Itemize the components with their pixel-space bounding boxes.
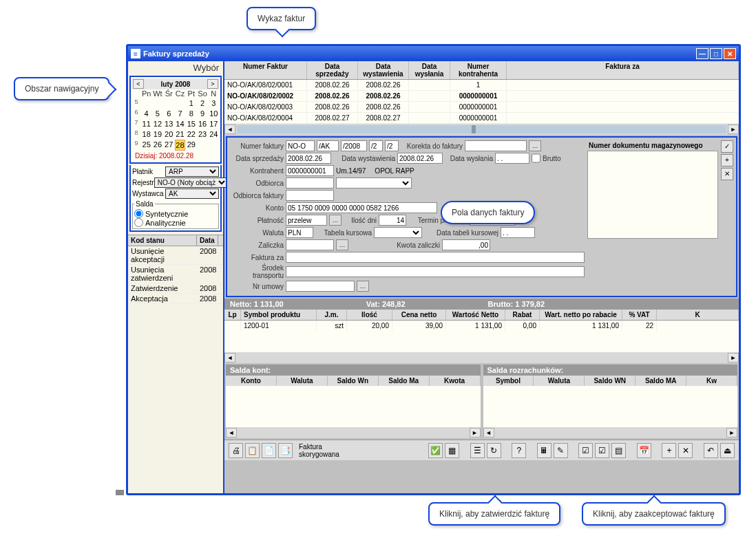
ph-lp[interactable]: Lp (224, 310, 241, 320)
ph-k[interactable]: K (657, 310, 739, 320)
add-icon[interactable]: + (662, 443, 676, 458)
odb-select[interactable] (336, 177, 412, 188)
sk-col[interactable]: Konto (226, 376, 277, 386)
cal-day[interactable]: 18 (141, 129, 151, 139)
ild-input[interactable] (379, 215, 406, 226)
hdr-nf[interactable]: Numer Faktur (224, 61, 307, 79)
dwy-input[interactable] (495, 153, 529, 164)
cal-day[interactable]: 8 (186, 109, 196, 118)
cal-day[interactable]: 29 (186, 140, 196, 151)
sr-hscroll[interactable]: ◄► (483, 427, 738, 438)
cal-day[interactable] (152, 98, 162, 108)
sr-col[interactable]: Kw (686, 376, 737, 386)
approve-icon[interactable]: ✅ (428, 443, 443, 458)
sr-col[interactable]: Waluta (534, 376, 585, 386)
konto-input[interactable] (286, 202, 437, 213)
cal-day[interactable]: 13 (164, 119, 174, 129)
cal-day[interactable]: 28 (175, 140, 185, 151)
plat-input[interactable] (286, 215, 327, 226)
inv-hscroll[interactable]: ◄ ► (224, 124, 739, 135)
calc-icon[interactable]: 🖩 (537, 443, 552, 458)
cal-day[interactable]: 12 (152, 119, 162, 129)
scroll-right-icon[interactable]: ► (728, 353, 739, 363)
cal-day[interactable] (141, 98, 151, 108)
form-save-icon[interactable]: ✓ (721, 140, 733, 153)
ph-rb[interactable]: Rabat (505, 310, 540, 320)
list-icon[interactable]: ☰ (470, 443, 485, 458)
doc2-icon[interactable]: 📑 (278, 443, 293, 458)
scroll-left-icon[interactable]: ◄ (224, 125, 235, 134)
cal-day[interactable]: 6 (164, 109, 174, 118)
cal-next[interactable]: > (207, 79, 218, 89)
state-row[interactable]: Zatwierdzenie2008 (128, 283, 223, 294)
cal-day[interactable] (164, 98, 174, 108)
cal-day[interactable]: 3 (209, 98, 219, 108)
cal-day[interactable]: 27 (164, 140, 174, 151)
cal-day[interactable]: 16 (197, 119, 207, 129)
sk-col[interactable]: Saldo Wn (328, 376, 379, 386)
cal-day[interactable] (209, 140, 219, 151)
radio-synt[interactable] (134, 209, 143, 218)
ph-cn[interactable]: Cena netto (392, 310, 446, 320)
cal-day[interactable]: 15 (186, 119, 196, 129)
maximize-button[interactable]: □ (710, 48, 722, 59)
invoice-row[interactable]: NO-O/AK/08/02/00032008.02.262008.02.2600… (224, 102, 739, 113)
cal-day[interactable]: 21 (175, 129, 185, 139)
undo-icon[interactable]: ↶ (704, 443, 718, 458)
of-input[interactable] (286, 190, 334, 201)
cal-day[interactable]: 4 (141, 109, 151, 118)
cal-day[interactable]: 10 (209, 109, 219, 118)
invoice-row[interactable]: NO-O/AK/08/02/00022008.02.262008.02.2600… (224, 91, 739, 102)
sr-col[interactable]: Symbol (483, 376, 534, 386)
zal-input[interactable] (286, 239, 334, 250)
ph-vat[interactable]: % VAT (622, 310, 657, 320)
calendar-icon[interactable]: 📅 (637, 443, 651, 458)
close-button[interactable]: ✕ (724, 48, 736, 59)
cal-day[interactable]: 23 (197, 129, 207, 139)
nf3-input[interactable] (341, 140, 367, 151)
exit-icon[interactable]: ⏏ (720, 443, 735, 458)
odb-input[interactable] (286, 177, 334, 188)
sk-col[interactable]: Saldo Ma (379, 376, 430, 386)
cal-day[interactable]: 7 (175, 109, 185, 118)
cal-day[interactable] (175, 98, 185, 108)
delete-icon[interactable]: ✕ (678, 443, 693, 458)
state-row[interactable]: Usunięcia zatwierdzeni2008 (128, 265, 223, 283)
cal-day[interactable]: 5 (152, 109, 162, 118)
ph-jm[interactable]: J.m. (317, 310, 347, 320)
minimize-button[interactable]: — (696, 48, 708, 59)
edit-icon[interactable]: ✎ (554, 443, 568, 458)
nu-lookup-button[interactable]: … (357, 281, 369, 292)
cal-day[interactable]: 22 (186, 129, 196, 139)
cal-day[interactable]: 17 (209, 119, 219, 129)
table-icon[interactable]: ▤ (611, 443, 626, 458)
fz-input[interactable] (286, 252, 585, 263)
dw-input[interactable] (397, 153, 443, 164)
copy-icon[interactable]: 📋 (245, 443, 260, 458)
scroll-right-icon[interactable]: ► (728, 125, 739, 134)
ph-wr[interactable]: Wart. netto po rabacie (540, 310, 622, 320)
cal-day[interactable]: 20 (164, 129, 174, 139)
tk-select[interactable] (374, 227, 422, 238)
cal-day[interactable]: 2 (197, 98, 207, 108)
ds-input[interactable] (286, 153, 331, 164)
scroll-left-icon[interactable]: ◄ (224, 353, 235, 363)
radio-anal[interactable] (134, 218, 143, 227)
sk-col[interactable]: Waluta (277, 376, 328, 386)
ph-wn[interactable]: Wartość Netto (446, 310, 505, 320)
cal-day[interactable]: 24 (209, 129, 219, 139)
sr-col[interactable]: Saldo WN (585, 376, 636, 386)
hdr-ds[interactable]: Data sprzedaży (307, 61, 358, 79)
hdr-dwy[interactable]: Data wysłania (409, 61, 450, 79)
zal-lookup-button[interactable]: … (336, 239, 348, 250)
cal-day[interactable]: 1 (186, 98, 196, 108)
help-icon[interactable]: ? (512, 443, 526, 458)
plat-lookup-button[interactable]: … (329, 215, 342, 226)
cal-day[interactable]: 25 (141, 140, 151, 151)
nf1-input[interactable] (286, 140, 315, 151)
cal-prev[interactable]: < (133, 79, 144, 89)
hdr-nk[interactable]: Numer kontrahenta (450, 61, 507, 79)
cal-day[interactable]: 19 (152, 129, 162, 139)
hdr-fz[interactable]: Faktura za (507, 61, 739, 79)
kor-lookup-button[interactable]: … (529, 140, 541, 151)
